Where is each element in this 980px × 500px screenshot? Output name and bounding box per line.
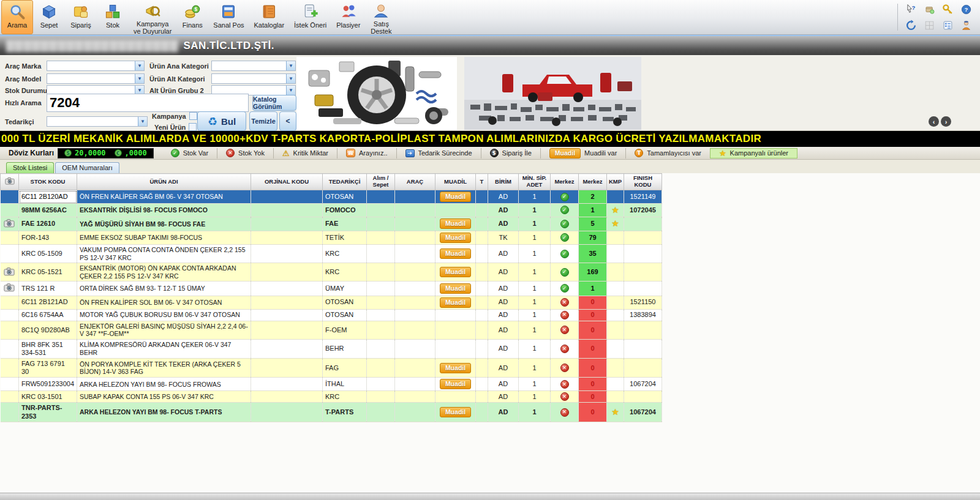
muadil-badge[interactable]: Muadil <box>440 267 471 277</box>
quick-search-input[interactable] <box>47 94 249 112</box>
muadil-cell[interactable]: Muadil <box>435 263 476 282</box>
key-icon[interactable] <box>940 2 956 17</box>
column-header[interactable]: FINISH KODU <box>624 174 662 190</box>
muadil-cell[interactable]: Muadil <box>435 296 476 309</box>
column-header[interactable]: ÜRÜN ADI <box>77 174 251 190</box>
urun-alt-kategori-select[interactable]: ▼ <box>211 73 296 84</box>
tedarikci-select[interactable]: ▼ <box>47 116 148 127</box>
muadil-badge[interactable]: Muadil <box>440 192 471 202</box>
alim-sepet-cell[interactable] <box>367 263 395 282</box>
muadil-cell[interactable]: Muadil <box>435 403 476 422</box>
toolbar-item-megaphone[interactable]: Kampanya ve Duyurular <box>129 0 176 34</box>
tab-stok-listesi[interactable]: Stok Listesi <box>6 162 54 173</box>
column-header[interactable]: Merkez <box>579 174 607 190</box>
alim-sepet-cell[interactable] <box>367 378 395 391</box>
table-row[interactable]: TRS 121 RORTA DİREK SAĞ BM 93- T 12-T 15… <box>1 282 662 296</box>
refresh-icon[interactable] <box>903 18 919 32</box>
katalog-gorunum-button[interactable]: Katalog Görünüm <box>252 95 296 111</box>
table-row[interactable]: 6C11 2B121ADÖN FREN KALİPER SOL BM 06- V… <box>1 296 662 309</box>
muadil-cell[interactable]: Muadil <box>435 190 476 204</box>
table-row[interactable]: FAG 713 6791 30ÖN PORYA KOMPLE KİT TEK T… <box>1 359 662 378</box>
help-pointer-icon[interactable]: ? <box>903 2 919 17</box>
tab-oem-numaralar-[interactable]: OEM Numaraları <box>55 162 119 173</box>
column-header[interactable]: ARAÇ <box>395 174 435 190</box>
table-row[interactable]: BHR 8FK 351 334-531KLİMA KOMPRESÖRÜ ARKA… <box>1 339 662 358</box>
table-row[interactable]: KRC 03-1501SUBAP KAPAK CONTA 155 PS 06-V… <box>1 391 662 403</box>
muadil-cell[interactable]: Muadil <box>435 378 476 391</box>
muadil-cell[interactable]: Muadil <box>435 244 476 263</box>
toolbar-item-stock-cubes[interactable]: Stok <box>97 0 129 34</box>
toolbar-item-coins[interactable]: $Finans <box>176 0 208 34</box>
muadil-cell[interactable]: Muadil <box>435 231 476 244</box>
muadil-badge[interactable]: Muadil <box>440 283 471 294</box>
chevron-down-icon[interactable]: ▼ <box>135 74 144 83</box>
table-row[interactable]: TNR-PARTS-2353ARKA HELEZON YAYI BM 98- F… <box>1 403 662 422</box>
table-row[interactable]: KRC 05-1521EKSANTRİK (MOTOR) ÖN KAPAK CO… <box>1 263 662 282</box>
toolbar-item-search[interactable]: Arama <box>1 0 33 34</box>
column-header[interactable]: ORJİNAL KODU <box>251 174 323 190</box>
grid-icon[interactable] <box>921 18 937 32</box>
banner-next-button[interactable]: › <box>941 116 951 127</box>
table-row[interactable]: 8C1Q 9D280ABENJEKTÖR GALERİ BASINÇ MÜŞÜS… <box>1 321 662 339</box>
column-header[interactable]: MUADİL <box>435 174 476 190</box>
muadil-cell[interactable]: Muadil <box>435 359 476 378</box>
muadil-badge[interactable]: Muadil <box>440 297 471 308</box>
alim-sepet-cell[interactable] <box>367 244 395 263</box>
urun-ana-kategori-select[interactable]: ▼ <box>211 61 296 71</box>
temizle-button[interactable]: Temizle <box>249 111 277 131</box>
table-row[interactable]: FRW5091233004ARKA HELEZON YAYI BM 98- FO… <box>1 378 662 391</box>
column-header[interactable] <box>1 174 19 190</box>
toolbar-item-orders[interactable]: Sipariş <box>65 0 97 34</box>
collapse-panel-button[interactable]: < <box>279 111 296 131</box>
column-header[interactable]: KMP <box>607 174 624 190</box>
alim-sepet-cell[interactable] <box>367 309 395 321</box>
alim-sepet-cell[interactable] <box>367 204 395 217</box>
kampanya-checkbox[interactable] <box>189 112 197 120</box>
table-row[interactable]: FAE 12610YAĞ MÜŞÜRÜ SİYAH BM 98- FOCUS F… <box>1 217 662 231</box>
column-header[interactable]: Alım / Sepet <box>367 174 395 190</box>
muadil-cell[interactable]: Muadil <box>435 217 476 231</box>
alim-sepet-cell[interactable] <box>367 217 395 231</box>
muadil-badge[interactable]: Muadil <box>440 248 471 259</box>
info-icon[interactable]: ? <box>958 2 974 17</box>
column-header[interactable]: BİRİM <box>488 174 519 190</box>
muadil-badge[interactable]: Muadil <box>440 233 471 243</box>
alim-sepet-cell[interactable] <box>367 231 395 244</box>
toolbar-item-basket[interactable]: Sepet <box>33 0 65 34</box>
bul-button[interactable]: ♻ Bul <box>197 111 246 131</box>
table-row[interactable]: KRC 05-1509VAKUM POMPA CONTA CONTA ÖNDEN… <box>1 244 662 263</box>
column-header[interactable]: STOK KODU <box>19 174 77 190</box>
toolbar-item-pos[interactable]: Sanal Pos <box>208 0 249 34</box>
table-row[interactable]: 6C11 2B120ADÖN FREN KALİPER SAĞ BM 06- V… <box>1 190 662 204</box>
toolbar-item-salesmen[interactable]: Plasiyer <box>331 0 365 34</box>
table-row[interactable]: 6C16 6754AAMOTOR YAĞ ÇUBUK BORUSU BM 06-… <box>1 309 662 321</box>
alim-sepet-cell[interactable] <box>367 359 395 378</box>
chevron-down-icon[interactable]: ▼ <box>286 74 295 83</box>
alim-sepet-cell[interactable] <box>367 282 395 296</box>
table-row[interactable]: FOR-143EMME EKSOZ SUBAP TAKIMI 98-FOCUST… <box>1 231 662 244</box>
row-camera-cell[interactable] <box>1 263 19 282</box>
banner-prev-button[interactable]: ‹ <box>929 116 939 127</box>
muadil-badge[interactable]: Muadil <box>440 218 471 229</box>
table-row[interactable]: 98MM 6256ACEKSANTRİK DİŞLİSİ 98- FOCUS F… <box>1 204 662 217</box>
chevron-down-icon[interactable]: ▼ <box>135 61 144 70</box>
column-header[interactable]: Merkez <box>551 174 579 190</box>
column-header[interactable]: T <box>476 174 488 190</box>
column-header[interactable]: TEDARİKÇİ <box>323 174 367 190</box>
alim-sepet-cell[interactable] <box>367 321 395 339</box>
muadil-badge[interactable]: Muadil <box>440 379 471 389</box>
muadil-cell[interactable]: Muadil <box>435 282 476 296</box>
arac-marka-select[interactable]: ▼ <box>47 61 145 71</box>
alim-sepet-cell[interactable] <box>367 391 395 403</box>
alim-sepet-cell[interactable] <box>367 339 395 358</box>
horizontal-scrollbar[interactable] <box>0 493 980 500</box>
chevron-down-icon[interactable]: ▼ <box>138 117 147 126</box>
alim-sepet-cell[interactable] <box>367 403 395 422</box>
yeni-urun-checkbox[interactable] <box>189 123 197 131</box>
alim-sepet-cell[interactable] <box>367 296 395 309</box>
muadil-badge[interactable]: Muadil <box>440 363 471 373</box>
alim-sepet-cell[interactable] <box>367 190 395 204</box>
list-icon[interactable] <box>940 18 956 32</box>
toolbar-item-request[interactable]: İstek Öneri <box>289 0 331 34</box>
toolbar-item-catalog[interactable]: Kataloglar <box>249 0 290 34</box>
